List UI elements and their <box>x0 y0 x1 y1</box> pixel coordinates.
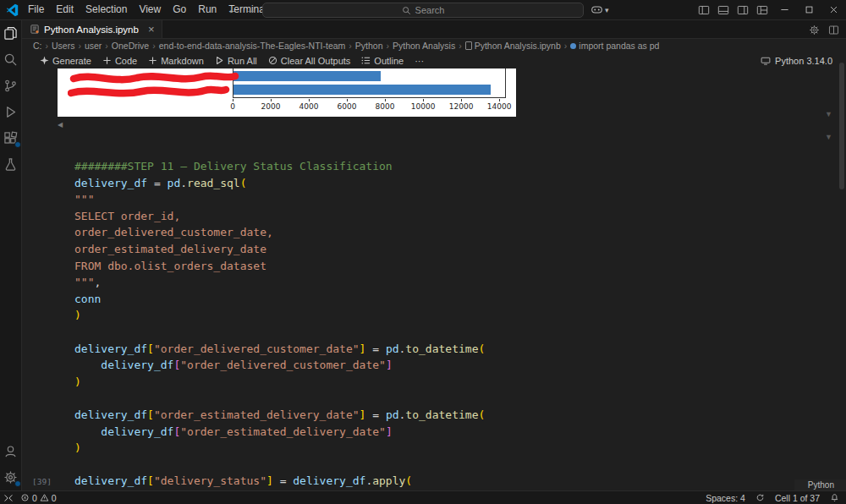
menu-selection[interactable]: Selection <box>80 0 133 19</box>
run-debug-icon[interactable] <box>3 103 19 120</box>
warning-icon <box>40 493 49 502</box>
notebook-layout-gear-icon[interactable] <box>809 25 820 36</box>
chevron-down-icon: ▾ <box>605 6 609 14</box>
sync-icon[interactable] <box>755 493 765 502</box>
editor-scrollbar[interactable] <box>838 52 846 490</box>
close-button[interactable] <box>821 0 846 19</box>
generate-button[interactable]: Generate <box>40 56 91 66</box>
split-editor-icon[interactable] <box>828 25 839 36</box>
execution-count: [39] <box>32 477 52 486</box>
toggle-panel-icon[interactable] <box>717 4 729 16</box>
code-line[interactable]: FROM dbo.olist_orders_dataset <box>74 258 485 275</box>
code-line[interactable]: delivery_df["order_estimated_delivery_da… <box>74 424 485 441</box>
testing-icon[interactable] <box>3 156 19 173</box>
vscode-window: FileEditSelectionViewGoRunTerminalHelp ←… <box>0 0 846 504</box>
notebook-toolbar: Generate Code Markdown Run All Clear All… <box>22 52 846 68</box>
breadcrumb-separator-icon: › <box>152 41 156 51</box>
breadcrumb-item[interactable]: end-to-end-data-analysis-The-Eagles-NTI-… <box>159 41 346 51</box>
code-line[interactable]: ) <box>74 307 485 324</box>
output-scroll-left-icon[interactable]: ◀ <box>58 121 63 129</box>
layout-controls <box>698 0 768 19</box>
menu-view[interactable]: View <box>133 0 167 19</box>
breadcrumb-item[interactable]: Python <box>355 41 383 51</box>
breadcrumb-item[interactable]: Python Analysis.ipynb <box>465 41 561 51</box>
code-line[interactable]: ) <box>74 374 485 391</box>
search-box[interactable]: Search <box>262 3 584 18</box>
breadcrumb-item[interactable]: user <box>85 41 102 51</box>
code-line[interactable]: order_delivered_customer_date, <box>74 224 485 241</box>
add-markdown-button[interactable]: Markdown <box>148 56 204 66</box>
toggle-sidebar-icon[interactable] <box>698 4 710 16</box>
x-tickmark <box>423 99 424 101</box>
explorer-icon[interactable] <box>3 25 19 41</box>
spaces-indicator[interactable]: Spaces: 4 <box>706 493 745 503</box>
code-line[interactable]: """ <box>74 191 485 208</box>
code-line[interactable]: ########STEP 11 — Delivery Status Classi… <box>74 158 485 175</box>
extensions-icon[interactable] <box>3 129 19 146</box>
extensions-badge <box>14 141 21 148</box>
menu-go[interactable]: Go <box>167 0 192 19</box>
remote-icon[interactable] <box>3 493 14 503</box>
code-line[interactable]: """, <box>74 274 485 291</box>
breadcrumb-separator-icon: › <box>78 41 81 51</box>
history-back-icon[interactable]: ← <box>227 0 238 19</box>
code-line[interactable]: order_estimated_delivery_date <box>74 241 485 258</box>
kernel-picker[interactable]: Python 3.14.0 <box>761 52 832 68</box>
minimize-button[interactable] <box>772 0 797 19</box>
breadcrumb-item[interactable]: import pandas as pd <box>570 41 659 51</box>
code-lines[interactable]: ########STEP 11 — Delivery Status Classi… <box>74 158 485 490</box>
add-code-button[interactable]: Code <box>102 56 137 66</box>
x-tickmark <box>309 99 310 101</box>
code-line[interactable]: delivery_df["order_delivered_customer_da… <box>74 357 485 374</box>
run-all-button[interactable]: Run All <box>215 56 257 66</box>
notebook-file-icon <box>30 24 40 35</box>
breadcrumb-item[interactable]: C: <box>33 41 42 51</box>
code-line[interactable]: SELECT order_id, <box>74 208 485 225</box>
code-line[interactable]: ) <box>74 440 485 457</box>
breadcrumb-separator-icon: › <box>46 41 49 51</box>
scrollbar-thumb[interactable] <box>839 63 844 189</box>
code-line[interactable]: delivery_df["order_delivered_customer_da… <box>74 341 485 358</box>
menu-run[interactable]: Run <box>192 0 222 19</box>
more-actions-button[interactable]: ··· <box>415 56 424 66</box>
settings-badge <box>14 480 21 487</box>
notifications-bell-icon[interactable] <box>830 493 839 502</box>
settings-gear-icon[interactable] <box>3 468 19 485</box>
toggle-secondary-sidebar-icon[interactable] <box>737 4 749 16</box>
menu-edit[interactable]: Edit <box>50 0 80 19</box>
code-line[interactable]: delivery_df["delivery_status"] = deliver… <box>74 473 485 490</box>
plus-icon <box>148 56 157 65</box>
x-tick-label: 14000 <box>487 103 512 111</box>
customize-layout-icon[interactable] <box>756 4 768 16</box>
breadcrumb-item[interactable]: Users <box>52 41 74 51</box>
breadcrumb-separator-icon: › <box>387 41 390 51</box>
cell-position-indicator[interactable]: Cell 1 of 37 <box>775 493 820 503</box>
code-line[interactable]: delivery_df["order_estimated_delivery_da… <box>74 407 485 424</box>
problems-indicator[interactable]: 0 0 <box>20 493 57 503</box>
close-tab-icon[interactable]: × <box>148 24 155 35</box>
cell-output-chart: 02000400060008000100001200014000 <box>58 68 516 117</box>
outline-button[interactable]: Outline <box>361 56 404 66</box>
breadcrumb-item[interactable]: OneDrive <box>112 41 149 51</box>
clear-outputs-button[interactable]: Clear All Outputs <box>268 56 351 66</box>
copilot-menu-button[interactable]: ▾ <box>591 3 609 16</box>
redaction-scribble-icon <box>68 70 241 104</box>
tab-python-analysis[interactable]: Python Analysis.ipynb × <box>22 20 162 38</box>
kernel-icon <box>761 56 771 66</box>
history-forward-icon[interactable]: → <box>244 0 255 19</box>
account-icon[interactable] <box>3 442 19 459</box>
x-tick-label: 0 <box>230 103 235 111</box>
code-line[interactable]: delivery_df = pd.read_sql( <box>74 175 485 192</box>
code-line[interactable]: conn <box>74 291 485 308</box>
sparkle-icon <box>40 56 49 65</box>
maximize-button[interactable] <box>797 0 821 19</box>
breadcrumb-item[interactable]: Python Analysis <box>393 41 455 51</box>
breadcrumb-separator-icon: › <box>459 41 462 51</box>
clear-icon <box>268 56 277 65</box>
menu-file[interactable]: File <box>22 0 50 19</box>
code-line[interactable]: ​ <box>74 390 485 407</box>
source-control-icon[interactable] <box>3 77 19 94</box>
search-view-icon[interactable] <box>3 51 19 68</box>
code-line[interactable]: ​ <box>74 324 485 341</box>
code-line[interactable]: ​ <box>74 457 485 474</box>
